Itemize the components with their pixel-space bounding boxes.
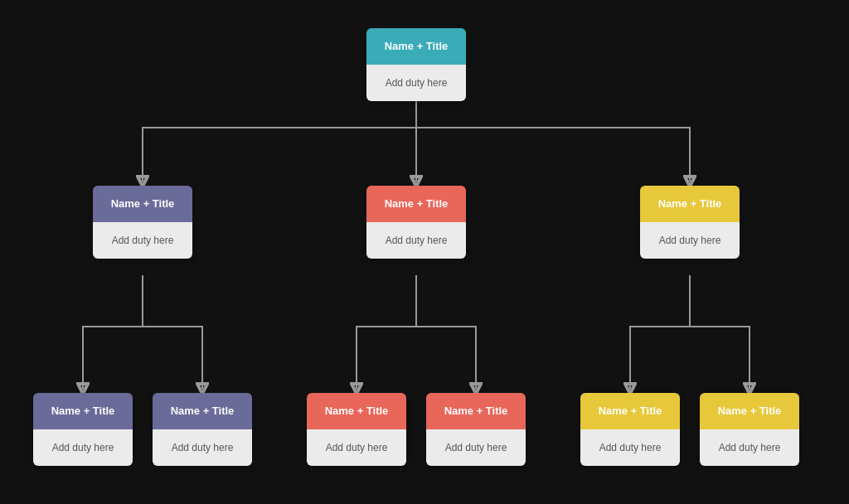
node-mid-center-label: Name + Title xyxy=(385,197,449,211)
node-mid-center[interactable]: Name + Title Add duty here xyxy=(366,186,466,259)
node-mid-right-header: Name + Title xyxy=(640,186,740,222)
node-mid-center-duty: Add duty here xyxy=(386,235,448,246)
node-child-rr-body: Add duty here xyxy=(700,429,799,466)
node-child-ll-header: Name + Title xyxy=(33,393,133,429)
node-child-rr-label: Name + Title xyxy=(718,405,782,419)
node-child-ll-body: Add duty here xyxy=(33,429,133,466)
node-mid-left[interactable]: Name + Title Add duty here xyxy=(93,186,192,259)
node-root-body: Add duty here xyxy=(366,65,466,101)
node-root[interactable]: Name + Title Add duty here xyxy=(366,28,466,101)
node-mid-left-header: Name + Title xyxy=(93,186,192,222)
node-mid-left-duty: Add duty here xyxy=(112,235,174,246)
node-child-ll[interactable]: Name + Title Add duty here xyxy=(33,393,133,466)
node-child-cr-header: Name + Title xyxy=(426,393,526,429)
node-child-cr[interactable]: Name + Title Add duty here xyxy=(426,393,526,466)
node-child-rl-body: Add duty here xyxy=(580,429,680,466)
node-mid-left-body: Add duty here xyxy=(93,222,192,259)
node-mid-right-label: Name + Title xyxy=(658,197,722,211)
org-chart: Name + Title Add duty here Name + Title … xyxy=(18,12,831,492)
node-child-cl-duty: Add duty here xyxy=(326,442,388,453)
node-child-rr-header: Name + Title xyxy=(700,393,799,429)
node-mid-right[interactable]: Name + Title Add duty here xyxy=(640,186,740,259)
node-child-rl-duty: Add duty here xyxy=(599,442,662,453)
node-child-lr-label: Name + Title xyxy=(171,405,235,419)
node-child-cr-label: Name + Title xyxy=(444,405,508,419)
node-child-rl[interactable]: Name + Title Add duty here xyxy=(580,393,680,466)
node-root-duty: Add duty here xyxy=(386,77,448,89)
node-child-cl-body: Add duty here xyxy=(307,429,406,466)
node-root-label: Name + Title xyxy=(385,40,449,54)
node-child-ll-duty: Add duty here xyxy=(52,442,114,453)
node-mid-left-label: Name + Title xyxy=(111,197,175,211)
node-mid-center-body: Add duty here xyxy=(366,222,466,259)
node-child-cl[interactable]: Name + Title Add duty here xyxy=(307,393,406,466)
node-mid-center-header: Name + Title xyxy=(366,186,466,222)
node-child-rl-label: Name + Title xyxy=(599,405,662,419)
node-root-header: Name + Title xyxy=(366,28,466,65)
node-child-lr-body: Add duty here xyxy=(153,429,252,466)
node-child-rl-header: Name + Title xyxy=(580,393,680,429)
node-mid-right-duty: Add duty here xyxy=(659,235,721,246)
node-child-rr[interactable]: Name + Title Add duty here xyxy=(700,393,799,466)
node-child-cr-duty: Add duty here xyxy=(445,442,507,453)
node-mid-right-body: Add duty here xyxy=(640,222,740,259)
node-child-lr-header: Name + Title xyxy=(153,393,252,429)
node-child-lr[interactable]: Name + Title Add duty here xyxy=(153,393,252,466)
node-child-ll-label: Name + Title xyxy=(51,405,115,419)
node-child-lr-duty: Add duty here xyxy=(172,442,234,453)
node-child-cr-body: Add duty here xyxy=(426,429,526,466)
node-child-rr-duty: Add duty here xyxy=(719,442,781,453)
node-child-cl-header: Name + Title xyxy=(307,393,406,429)
node-child-cl-label: Name + Title xyxy=(325,405,389,419)
